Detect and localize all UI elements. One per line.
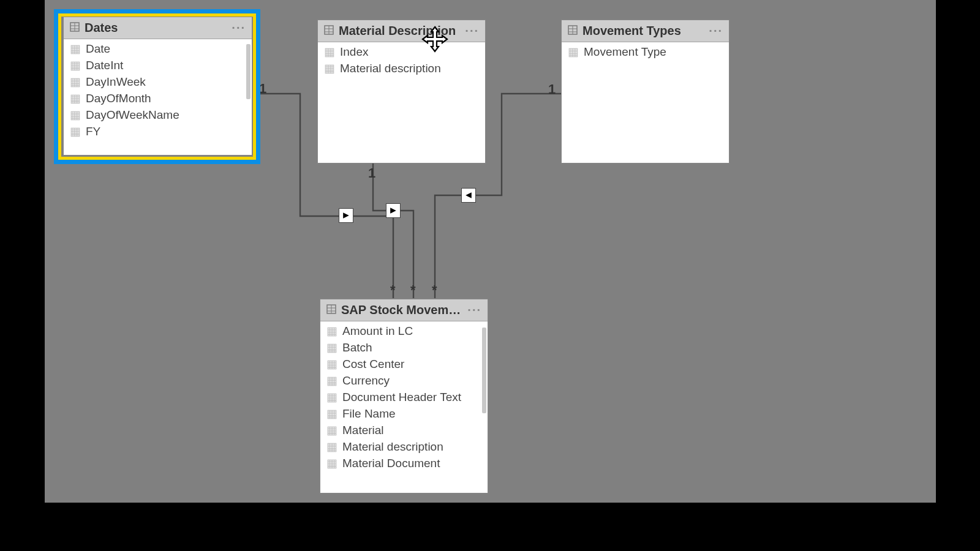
column-icon: ▦ — [70, 42, 81, 56]
field-label: DayOfMonth — [86, 92, 151, 105]
field-label: Currency — [342, 374, 390, 388]
field-item[interactable]: ▦Material description — [318, 60, 485, 77]
table-icon — [324, 24, 334, 38]
field-label: Material — [342, 424, 384, 437]
field-item[interactable]: ▦Material description — [320, 438, 488, 455]
scrollbar[interactable] — [482, 328, 486, 413]
field-label: Index — [340, 45, 368, 59]
column-icon: ▦ — [70, 124, 81, 138]
field-label: Cost Center — [342, 358, 404, 371]
field-item[interactable]: ▦DayInWeek — [64, 73, 252, 90]
field-item[interactable]: ▦Index — [318, 43, 485, 60]
column-icon: ▦ — [326, 324, 337, 338]
svg-marker-0 — [343, 212, 349, 219]
filter-direction-arrow — [386, 203, 401, 218]
table-header[interactable]: SAP Stock Movements ··· — [320, 299, 488, 321]
cardinality-many: * — [432, 282, 437, 298]
field-item[interactable]: ▦DateInt — [64, 57, 252, 73]
field-list: ▦Amount in LC ▦Batch ▦Cost Center ▦Curre… — [320, 321, 488, 493]
cardinality-one: 1 — [259, 81, 266, 97]
table-title: SAP Stock Movements — [341, 303, 462, 317]
field-list: ▦Index ▦Material description — [318, 42, 485, 163]
field-item[interactable]: ▦File Name — [320, 405, 488, 422]
stage: 1 1 1 * * * Dates ··· ▦Date ▦DateInt ▦Da… — [0, 0, 980, 551]
svg-marker-1 — [390, 208, 396, 214]
column-icon: ▦ — [326, 390, 337, 404]
table-sap-stock-movements[interactable]: SAP Stock Movements ··· ▦Amount in LC ▦B… — [320, 299, 488, 493]
field-label: FY — [86, 125, 100, 138]
table-menu-icon[interactable]: ··· — [709, 24, 723, 38]
field-item[interactable]: ▦FY — [64, 123, 252, 140]
field-item[interactable]: ▦Material Document — [320, 455, 488, 471]
table-header[interactable]: Dates ··· — [64, 17, 252, 39]
field-item[interactable]: ▦Batch — [320, 339, 488, 356]
field-label: Material Document — [342, 457, 440, 470]
table-dates[interactable]: Dates ··· ▦Date ▦DateInt ▦DayInWeek ▦Day… — [63, 17, 252, 156]
column-icon: ▦ — [326, 440, 337, 454]
table-header[interactable]: Material Description ··· — [318, 20, 485, 42]
column-icon: ▦ — [326, 373, 337, 388]
field-item[interactable]: ▦DayOfWeekName — [64, 107, 252, 123]
field-label: Material description — [342, 440, 443, 454]
filter-direction-arrow — [339, 208, 353, 223]
filter-direction-arrow — [461, 188, 476, 203]
column-icon: ▦ — [70, 58, 81, 72]
field-label: File Name — [342, 407, 396, 421]
field-item[interactable]: ▦Date — [64, 40, 252, 57]
field-item[interactable]: ▦Amount in LC — [320, 323, 488, 339]
table-icon — [70, 21, 80, 35]
column-icon: ▦ — [326, 456, 337, 470]
table-title: Dates — [85, 21, 227, 35]
cardinality-one: 1 — [548, 81, 556, 97]
field-label: DayOfWeekName — [86, 108, 179, 122]
table-icon — [326, 303, 336, 317]
table-title: Movement Types — [582, 24, 704, 38]
table-material-description[interactable]: Material Description ··· ▦Index ▦Materia… — [317, 20, 486, 163]
field-label: Batch — [342, 341, 372, 354]
cardinality-one: 1 — [368, 165, 375, 181]
field-item[interactable]: ▦DayOfMonth — [64, 90, 252, 107]
column-icon: ▦ — [324, 61, 335, 75]
field-label: DateInt — [86, 59, 123, 72]
field-item[interactable]: ▦Material — [320, 422, 488, 438]
field-item[interactable]: ▦Document Header Text — [320, 389, 488, 405]
field-label: Date — [86, 42, 110, 56]
column-icon: ▦ — [326, 357, 337, 371]
field-label: Movement Type — [584, 45, 666, 59]
field-label: Amount in LC — [342, 324, 413, 338]
cardinality-many: * — [410, 282, 416, 298]
field-list: ▦Date ▦DateInt ▦DayInWeek ▦DayOfMonth ▦D… — [64, 39, 252, 155]
column-icon: ▦ — [326, 423, 337, 437]
field-label: Material description — [340, 62, 441, 75]
column-icon: ▦ — [70, 75, 81, 89]
table-menu-icon[interactable]: ··· — [467, 303, 481, 317]
table-menu-icon[interactable]: ··· — [465, 24, 479, 38]
field-label: Document Header Text — [342, 391, 461, 404]
column-icon: ▦ — [326, 340, 337, 354]
field-label: DayInWeek — [86, 75, 146, 89]
column-icon: ▦ — [324, 45, 335, 59]
table-title: Material Description — [339, 24, 460, 38]
table-movement-types[interactable]: Movement Types ··· ▦Movement Type — [561, 20, 729, 163]
field-item[interactable]: ▦Movement Type — [562, 43, 729, 60]
column-icon: ▦ — [70, 108, 81, 122]
field-list: ▦Movement Type — [562, 42, 729, 163]
column-icon: ▦ — [326, 407, 337, 421]
field-item[interactable]: ▦Cost Center — [320, 356, 488, 372]
svg-marker-2 — [466, 192, 472, 198]
column-icon: ▦ — [568, 45, 579, 59]
scrollbar[interactable] — [246, 44, 251, 99]
table-icon — [568, 24, 578, 38]
cardinality-many: * — [390, 282, 396, 298]
model-canvas[interactable]: 1 1 1 * * * Dates ··· ▦Date ▦DateInt ▦Da… — [45, 0, 936, 503]
table-menu-icon[interactable]: ··· — [232, 21, 246, 35]
field-item[interactable]: ▦Currency — [320, 372, 488, 389]
column-icon: ▦ — [70, 91, 81, 105]
table-header[interactable]: Movement Types ··· — [562, 20, 729, 42]
